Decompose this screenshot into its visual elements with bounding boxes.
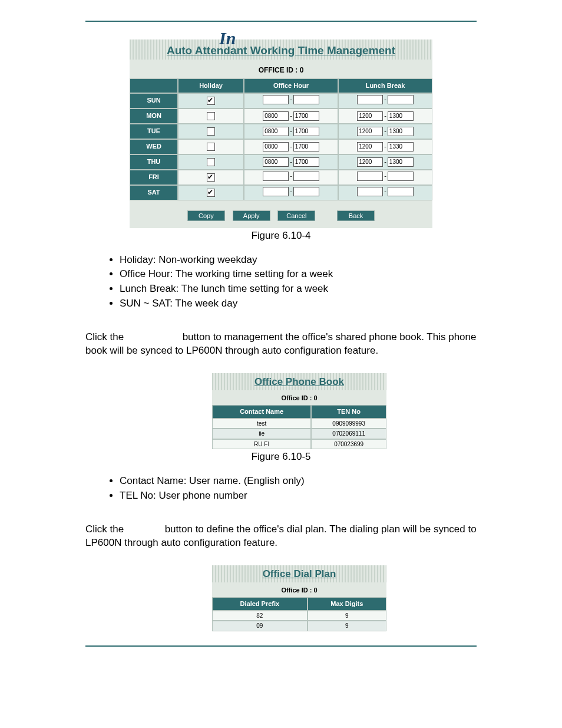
time-input[interactable] — [388, 172, 414, 181]
phonebook-panel: Office Phone Book Office ID : 0 Contact … — [212, 373, 386, 449]
time-input[interactable] — [293, 172, 319, 181]
time-range: 1200 - 1300 — [357, 111, 414, 121]
contact-name-cell: iie — [212, 429, 311, 439]
day-label: SAT — [130, 185, 178, 200]
table-row: iie0702069111 — [212, 429, 386, 439]
col-holiday: Holiday — [178, 78, 244, 93]
list-item: Office Hour: The working time setting fo… — [120, 268, 477, 281]
time-input[interactable]: 1330 — [388, 142, 414, 151]
time-input[interactable]: 1700 — [293, 157, 319, 167]
copy-button[interactable]: Copy — [187, 210, 225, 221]
office-hour-cell: 0800 - 1700 — [244, 108, 338, 124]
holiday-checkbox[interactable] — [207, 97, 215, 105]
dialplan-office-id: Office ID : 0 — [212, 582, 386, 597]
para2-b: button to define the office's dial plan.… — [85, 523, 477, 548]
tel-no-cell: 0702069111 — [311, 429, 386, 439]
table-row: TUE 0800 - 1700 1200 - 1300 — [130, 124, 432, 139]
para2-a: Click the — [85, 523, 127, 535]
time-input[interactable] — [263, 187, 289, 196]
office-hour-cell: - — [244, 185, 338, 200]
bullets-1: Holiday: Non-working weekdayOffice Hour:… — [85, 253, 477, 311]
time-input[interactable] — [263, 95, 289, 104]
range-dash: - — [384, 187, 386, 196]
range-dash: - — [290, 127, 292, 136]
holiday-checkbox[interactable] — [207, 112, 215, 120]
phonebook-office-id: Office ID : 0 — [212, 390, 386, 405]
day-label: MON — [130, 108, 178, 124]
paragraph-phonebook: Click the button to management the offic… — [85, 331, 477, 358]
time-input[interactable] — [357, 172, 383, 181]
holiday-checkbox[interactable] — [207, 189, 215, 197]
time-input[interactable] — [388, 95, 414, 104]
time-input[interactable] — [293, 95, 319, 104]
range-dash: - — [384, 95, 386, 104]
apply-button[interactable]: Apply — [233, 210, 270, 221]
time-input[interactable]: 0800 — [263, 157, 289, 167]
figure-caption-2: Figure 6.10-5 — [85, 450, 477, 464]
table-row: SAT - - — [130, 185, 432, 200]
range-dash: - — [384, 157, 386, 166]
lunch-cell: 1200 - 1300 — [338, 154, 432, 170]
range-dash: - — [384, 142, 386, 151]
holiday-checkbox[interactable] — [207, 127, 215, 136]
cancel-button[interactable]: Cancel — [277, 210, 315, 221]
office-hour-cell: - — [244, 170, 338, 185]
time-input[interactable]: 1300 — [388, 111, 414, 121]
table-row: WED 0800 - 1700 1200 - 1330 — [130, 139, 432, 154]
figure-caption-1: Figure 6.10-4 — [85, 229, 477, 243]
lunch-cell: - — [338, 93, 432, 108]
holiday-cell — [178, 154, 244, 170]
time-input[interactable] — [357, 187, 383, 196]
day-label: FRI — [130, 170, 178, 185]
list-item: TEL No: User phone number — [120, 489, 477, 503]
time-range: - — [263, 172, 319, 181]
time-input[interactable]: 1300 — [388, 127, 414, 136]
table-row: FRI - - — [130, 170, 432, 185]
time-input[interactable]: 0800 — [263, 127, 289, 136]
time-range: 1200 - 1300 — [357, 157, 414, 167]
phonebook-table: Contact Name TEN No test0909099993iie070… — [212, 405, 386, 449]
range-dash: - — [384, 172, 386, 180]
time-input[interactable]: 1200 — [357, 127, 383, 136]
dialplan-table: Dialed Prefix Max Digits 829099 — [212, 597, 386, 631]
tel-no-cell: 070023699 — [311, 439, 386, 450]
time-input[interactable] — [357, 95, 383, 104]
time-input[interactable]: 0800 — [263, 111, 289, 121]
office-hour-cell: 0800 - 1700 — [244, 124, 338, 139]
time-input[interactable]: 0800 — [263, 142, 289, 151]
time-input[interactable] — [293, 187, 319, 196]
holiday-checkbox[interactable] — [207, 143, 215, 151]
paragraph-dialplan: Click the button to define the office's … — [85, 523, 477, 550]
time-input[interactable]: 1200 — [357, 111, 383, 121]
maxdigits-cell: 9 — [308, 611, 386, 621]
working-time-table: Holiday Office Hour Lunch Break SUN - - … — [130, 78, 432, 200]
holiday-cell — [178, 93, 244, 108]
range-dash: - — [290, 111, 292, 120]
range-dash: - — [290, 172, 292, 180]
time-input[interactable]: 1300 — [388, 157, 414, 167]
day-label: SUN — [130, 93, 178, 108]
col-maxdigits: Max Digits — [308, 597, 386, 611]
contact-name-cell: RU FI — [212, 439, 311, 450]
table-row: RU FI070023699 — [212, 439, 386, 450]
time-input[interactable] — [263, 172, 289, 181]
holiday-cell — [178, 124, 244, 139]
time-input[interactable]: 1700 — [293, 142, 319, 151]
time-input[interactable]: 1700 — [293, 111, 319, 121]
time-input[interactable]: 1200 — [357, 157, 383, 167]
time-input[interactable]: 1200 — [357, 142, 383, 151]
back-button[interactable]: Back — [337, 210, 375, 221]
footer-rule — [85, 645, 477, 647]
holiday-cell — [178, 108, 244, 124]
col-prefix: Dialed Prefix — [212, 597, 308, 611]
holiday-checkbox[interactable] — [207, 173, 215, 182]
table-row: MON 0800 - 1700 1200 - 1300 — [130, 108, 432, 124]
office-hour-cell: 0800 - 1700 — [244, 154, 338, 170]
para1-b: button to management the office's shared… — [85, 331, 476, 356]
table-row: THU 0800 - 1700 1200 - 1300 — [130, 154, 432, 170]
time-input[interactable]: 1700 — [293, 127, 319, 136]
lunch-cell: 1200 - 1300 — [338, 124, 432, 139]
holiday-checkbox[interactable] — [207, 158, 215, 166]
time-input[interactable] — [388, 187, 414, 196]
prefix-cell: 82 — [212, 611, 308, 621]
